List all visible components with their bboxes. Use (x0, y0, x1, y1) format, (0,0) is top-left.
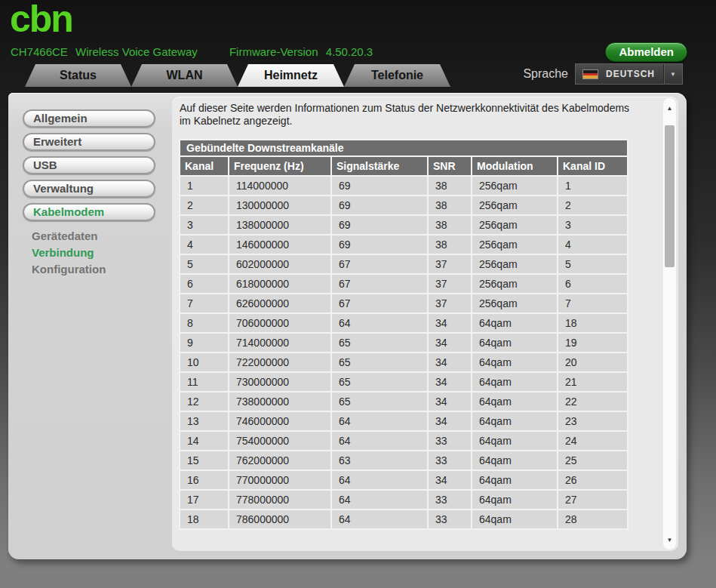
table-cell: 67 (332, 294, 427, 312)
sidebar-item-verwaltung[interactable]: Verwaltung (23, 180, 155, 198)
table-cell: 13 (180, 412, 228, 430)
page-description: Auf dieser Seite werden Informationen zu… (180, 102, 637, 128)
tab-label: Heimnetz (264, 69, 318, 82)
table-row: 56020000006737256qam5 (180, 255, 627, 273)
table-cell: 64qam (472, 491, 557, 509)
table-cell: 146000000 (229, 236, 330, 254)
table-cell: 37 (429, 275, 471, 293)
vertical-scrollbar[interactable]: ▲ ▼ (663, 98, 676, 550)
table-cell: 1 (558, 177, 627, 195)
subnav-item-label: Gerätedaten (32, 229, 98, 242)
table-cell: 64qam (472, 373, 557, 391)
logout-button[interactable]: Abmelden (605, 42, 687, 62)
table-cell: 19 (558, 334, 627, 352)
sidebar-item-usb[interactable]: USB (23, 156, 155, 174)
table-cell: 64qam (472, 412, 557, 430)
table-cell: 6 (180, 275, 228, 293)
table-column-header: Kanal ID (558, 157, 627, 175)
table-cell: 64qam (472, 393, 557, 411)
table-cell: 34 (429, 353, 471, 371)
table-cell: 64qam (472, 314, 557, 332)
table-cell: 63 (332, 451, 427, 469)
language-area: Sprache DEUTSCH ▼ (523, 63, 683, 85)
table-cell: 730000000 (229, 373, 330, 391)
table-cell: 4 (180, 236, 228, 254)
table-cell: 256qam (472, 216, 557, 234)
content-region: Auf dieser Seite werden Informationen zu… (172, 97, 678, 551)
table-cell: 37 (429, 255, 471, 273)
table-cell: 64qam (472, 510, 557, 528)
table-row: 11730000000653464qam21 (180, 373, 627, 391)
table-cell: 4 (558, 236, 627, 254)
table-row: 16770000000643464qam26 (180, 471, 627, 489)
sidebar-item-allgemein[interactable]: Allgemein (23, 109, 155, 128)
firmware-label: Firmware-Version (229, 45, 318, 58)
tab-wlan[interactable]: WLAN (131, 64, 238, 87)
device-info-line: CH7466CE Wireless Voice Gateway Firmware… (11, 45, 539, 58)
tab-telefonie[interactable]: Telefonie (344, 64, 450, 87)
language-dropdown-arrow-button[interactable]: ▼ (663, 64, 682, 84)
scrollbar-thumb[interactable] (665, 125, 675, 267)
table-cell: 38 (429, 216, 471, 234)
table-cell: 34 (429, 334, 471, 352)
table-cell: 67 (332, 275, 427, 293)
tab-label: WLAN (167, 69, 203, 82)
table-cell: 64qam (472, 432, 557, 450)
table-cell: 33 (429, 491, 471, 509)
table-cell: 64qam (472, 471, 557, 489)
language-dropdown[interactable]: DEUTSCH ▼ (575, 63, 683, 85)
table-cell: 34 (429, 412, 471, 430)
table-column-header: Kanal (180, 157, 228, 175)
sidebar-item-label: Kabelmodem (33, 205, 104, 218)
language-selected-value: DEUTSCH (606, 69, 655, 79)
table-cell: 114000000 (229, 177, 330, 195)
table-cell: 9 (180, 334, 228, 352)
table-cell: 138000000 (229, 216, 330, 234)
scroll-down-button[interactable]: ▼ (663, 533, 676, 546)
table-cell: 38 (429, 177, 471, 195)
table-cell: 64 (332, 491, 427, 509)
table-row: 14754000000643364qam24 (180, 432, 627, 450)
tab-heimnetz[interactable]: Heimnetz (238, 64, 344, 87)
table-cell: 256qam (472, 294, 557, 312)
table-cell: 602000000 (229, 255, 330, 273)
table-cell: 3 (180, 216, 228, 234)
table-cell: 16 (180, 471, 228, 489)
table-cell: 34 (429, 393, 471, 411)
table-cell: 33 (429, 432, 471, 450)
chevron-down-icon: ▼ (670, 71, 676, 78)
subnav-item-verbindung[interactable]: Verbindung (32, 245, 166, 261)
table-column-header: SNR (429, 157, 471, 175)
table-cell: 65 (332, 373, 427, 391)
cbn-logo: cbn (10, 0, 72, 41)
sidebar-item-label: USB (33, 159, 57, 171)
subnav-item-label: Verbindung (32, 246, 94, 259)
table-cell: 65 (332, 393, 427, 411)
scroll-up-button[interactable]: ▲ (663, 101, 676, 115)
table-cell: 14 (180, 432, 228, 450)
table-title: Gebündelte Downstreamkanäle (180, 140, 627, 155)
product-name: Wireless Voice Gateway (75, 45, 198, 58)
table-cell: 64 (332, 471, 427, 489)
table-cell: 38 (429, 236, 471, 254)
table-cell: 21 (558, 373, 627, 391)
table-cell: 69 (332, 196, 427, 214)
table-cell: 64qam (472, 334, 557, 352)
table-cell: 18 (180, 510, 228, 528)
table-cell: 738000000 (229, 393, 330, 411)
table-cell: 24 (558, 432, 627, 450)
main-tab-bar: Status WLAN Heimnetz Telefonie (25, 64, 450, 87)
subnav-item-konfiguration[interactable]: Konfiguration (32, 261, 166, 278)
sidebar-item-kabelmodem[interactable]: Kabelmodem (23, 203, 155, 221)
table-row: 11140000006938256qam1 (180, 177, 627, 195)
table-cell: 28 (558, 510, 627, 528)
sidebar-item-erweitert[interactable]: Erweitert (23, 133, 155, 151)
subnav-item-ger-tedaten[interactable]: Gerätedaten (32, 228, 166, 245)
table-cell: 64qam (472, 451, 557, 469)
table-cell: 64 (332, 432, 427, 450)
table-cell: 26 (558, 471, 627, 489)
table-row: 41460000006938256qam4 (180, 236, 627, 254)
table-cell: 25 (558, 451, 627, 469)
tab-status[interactable]: Status (25, 64, 131, 87)
table-cell: 18 (558, 314, 627, 332)
